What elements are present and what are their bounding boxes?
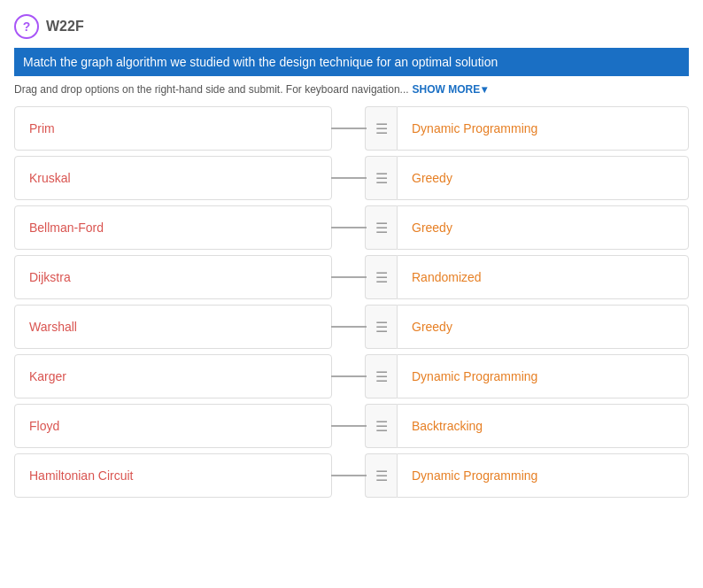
right-cell[interactable]: Dynamic Programming xyxy=(397,453,689,498)
hamburger-icon: ☰ xyxy=(375,269,388,286)
right-cell[interactable]: Greedy xyxy=(397,156,689,200)
drag-handle-icon[interactable]: ☰ xyxy=(365,106,397,151)
connector-line xyxy=(331,276,367,278)
right-cell[interactable]: Greedy xyxy=(397,305,689,349)
connector-line xyxy=(331,375,367,377)
match-row: Karger ☰ Dynamic Programming xyxy=(14,354,689,398)
connector-line xyxy=(331,177,367,179)
right-cell[interactable]: Randomized xyxy=(397,255,689,299)
connector-line xyxy=(331,326,367,328)
right-label: Dynamic Programming xyxy=(412,369,537,383)
match-rows-container: Prim ☰ Dynamic Programming Kruskal ☰ Gre… xyxy=(14,106,689,498)
right-label: Dynamic Programming xyxy=(412,468,537,483)
hamburger-icon: ☰ xyxy=(375,220,388,236)
right-block: ☰ Dynamic Programming xyxy=(365,354,689,398)
match-row: Warshall ☰ Greedy xyxy=(14,305,689,349)
quiz-logo-icon: ? xyxy=(14,14,39,39)
right-cell[interactable]: Backtracking xyxy=(397,404,689,448)
match-row: Prim ☰ Dynamic Programming xyxy=(14,106,689,151)
right-cell[interactable]: Dynamic Programming xyxy=(397,106,689,151)
left-cell: Karger xyxy=(14,354,332,398)
left-label: Karger xyxy=(29,369,66,383)
hamburger-icon: ☰ xyxy=(375,170,388,187)
right-cell[interactable]: Dynamic Programming xyxy=(397,354,689,398)
left-label: Bellman-Ford xyxy=(29,220,104,235)
instructions-text: Drag and drop options on the right-hand … xyxy=(14,83,409,96)
left-label: Warshall xyxy=(29,320,77,334)
left-cell: Hamiltonian Circuit xyxy=(14,453,332,498)
match-row: Kruskal ☰ Greedy xyxy=(14,156,689,200)
drag-handle-icon[interactable]: ☰ xyxy=(365,404,397,448)
right-block: ☰ Greedy xyxy=(365,205,689,250)
right-block: ☰ Greedy xyxy=(365,156,689,200)
connector-line xyxy=(331,227,367,228)
right-label: Backtracking xyxy=(412,419,483,433)
hamburger-icon: ☰ xyxy=(375,468,388,484)
show-more-label: SHOW MORE xyxy=(413,83,481,96)
drag-handle-icon[interactable]: ☰ xyxy=(365,156,397,200)
chevron-down-icon: ▾ xyxy=(482,83,487,96)
left-label: Dijkstra xyxy=(29,270,71,284)
drag-handle-icon[interactable]: ☰ xyxy=(365,453,397,498)
hamburger-icon: ☰ xyxy=(375,418,388,435)
left-cell: Kruskal xyxy=(14,156,332,200)
right-block: ☰ Dynamic Programming xyxy=(365,106,689,151)
quiz-id: W22F xyxy=(46,19,84,35)
drag-handle-icon[interactable]: ☰ xyxy=(365,354,397,398)
right-label: Greedy xyxy=(412,171,452,185)
right-block: ☰ Dynamic Programming xyxy=(365,453,689,498)
right-label: Dynamic Programming xyxy=(412,121,537,135)
right-label: Greedy xyxy=(412,320,452,334)
left-cell: Prim xyxy=(14,106,332,151)
drag-handle-icon[interactable]: ☰ xyxy=(365,305,397,349)
right-cell[interactable]: Greedy xyxy=(397,205,689,250)
svg-text:?: ? xyxy=(23,19,31,34)
connector-line xyxy=(331,475,367,476)
drag-handle-icon[interactable]: ☰ xyxy=(365,255,397,299)
hamburger-icon: ☰ xyxy=(375,368,388,385)
right-label: Greedy xyxy=(412,220,452,235)
left-label: Hamiltonian Circuit xyxy=(29,468,133,483)
connector-line xyxy=(331,425,367,427)
left-label: Floyd xyxy=(29,419,59,433)
right-label: Randomized xyxy=(412,270,482,284)
left-cell: Warshall xyxy=(14,305,332,349)
left-cell: Dijkstra xyxy=(14,255,332,299)
left-cell: Bellman-Ford xyxy=(14,205,332,250)
connector-line xyxy=(331,128,367,129)
question-text: Match the graph algorithm we studied wit… xyxy=(14,48,689,76)
left-label: Kruskal xyxy=(29,171,71,185)
show-more-button[interactable]: SHOW MORE ▾ xyxy=(413,83,488,96)
right-block: ☰ Greedy xyxy=(365,305,689,349)
match-row: Bellman-Ford ☰ Greedy xyxy=(14,205,689,250)
hamburger-icon: ☰ xyxy=(375,319,388,336)
right-block: ☰ Backtracking xyxy=(365,404,689,448)
left-cell: Floyd xyxy=(14,404,332,448)
match-row: Hamiltonian Circuit ☰ Dynamic Programmin… xyxy=(14,453,689,498)
right-block: ☰ Randomized xyxy=(365,255,689,299)
instructions: Drag and drop options on the right-hand … xyxy=(14,83,689,96)
drag-handle-icon[interactable]: ☰ xyxy=(365,205,397,250)
left-label: Prim xyxy=(29,121,55,135)
header: ? W22F xyxy=(14,14,689,39)
match-row: Floyd ☰ Backtracking xyxy=(14,404,689,448)
match-row: Dijkstra ☰ Randomized xyxy=(14,255,689,299)
hamburger-icon: ☰ xyxy=(375,120,388,137)
